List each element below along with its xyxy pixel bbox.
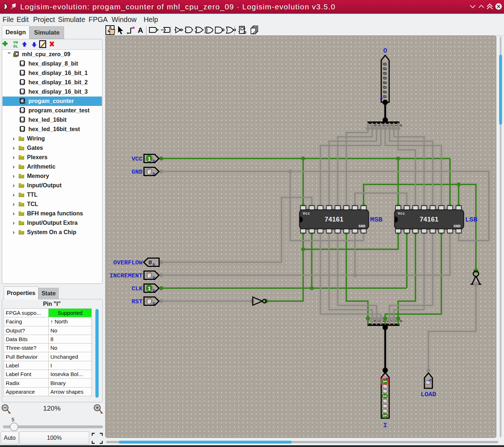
svg-text:LSB: LSB bbox=[465, 216, 477, 224]
svg-text:GND: GND bbox=[359, 224, 365, 228]
svg-text:Ø: Ø bbox=[382, 410, 387, 412]
svg-text:Ø: Ø bbox=[382, 63, 387, 66]
svg-text:1: 1 bbox=[148, 286, 151, 292]
svg-text:b: b bbox=[153, 262, 155, 267]
svg-text:b: b bbox=[385, 377, 389, 380]
svg-text:VCC: VCC bbox=[131, 156, 143, 162]
svg-text:74161: 74161 bbox=[420, 216, 439, 223]
svg-text:Ø: Ø bbox=[148, 260, 152, 266]
svg-text:Ø: Ø bbox=[148, 273, 151, 279]
svg-text:1: 1 bbox=[382, 415, 387, 417]
svg-text:Ø: Ø bbox=[382, 90, 387, 94]
svg-text:Ø: Ø bbox=[425, 381, 430, 384]
svg-text:0: 0 bbox=[399, 124, 403, 126]
svg-text:1: 1 bbox=[148, 156, 151, 162]
svg-text:GND: GND bbox=[131, 169, 143, 175]
svg-text:b: b bbox=[428, 379, 432, 381]
svg-text:Ø: Ø bbox=[382, 400, 387, 402]
svg-text:MSB: MSB bbox=[370, 216, 382, 224]
svg-text:b: b bbox=[153, 301, 155, 306]
svg-text:OVERFLOW: OVERFLOW bbox=[113, 259, 143, 266]
svg-text:Ø: Ø bbox=[382, 76, 387, 80]
svg-text:Ø: Ø bbox=[382, 81, 387, 84]
svg-text:Ø: Ø bbox=[382, 404, 387, 407]
svg-text:INCREMENT: INCREMENT bbox=[109, 272, 143, 279]
svg-text:b: b bbox=[153, 275, 155, 280]
svg-text:Ø: Ø bbox=[148, 299, 151, 305]
svg-text:Ø: Ø bbox=[382, 67, 387, 71]
svg-text:1: 1 bbox=[382, 395, 387, 397]
svg-text:Ø: Ø bbox=[382, 385, 387, 388]
svg-text:Vcc: Vcc bbox=[398, 211, 405, 216]
svg-text:I: I bbox=[383, 422, 387, 429]
svg-text:120%: 120% bbox=[43, 404, 61, 412]
svg-text:b: b bbox=[153, 158, 155, 163]
svg-text:A: A bbox=[138, 26, 143, 34]
svg-text:Ø: Ø bbox=[382, 390, 387, 393]
svg-text:Ø: Ø bbox=[382, 72, 387, 75]
svg-text:0: 0 bbox=[399, 320, 403, 322]
svg-text:1: 1 bbox=[382, 380, 387, 383]
svg-text:Ø: Ø bbox=[382, 86, 387, 89]
svg-text:GND: GND bbox=[454, 224, 460, 228]
svg-text:Ø: Ø bbox=[148, 169, 151, 175]
svg-text:b: b bbox=[153, 171, 155, 176]
svg-text:DL: DL bbox=[13, 44, 18, 49]
svg-text:b: b bbox=[379, 97, 384, 99]
svg-text:74161: 74161 bbox=[325, 216, 344, 223]
svg-text:RST: RST bbox=[131, 298, 143, 305]
svg-text:CLK: CLK bbox=[131, 285, 143, 292]
svg-text:LOAD: LOAD bbox=[420, 391, 436, 398]
svg-text:5: 5 bbox=[12, 417, 14, 423]
svg-text:Vcc: Vcc bbox=[303, 211, 310, 216]
svg-text:b: b bbox=[153, 288, 155, 293]
svg-text:O: O bbox=[383, 47, 387, 54]
